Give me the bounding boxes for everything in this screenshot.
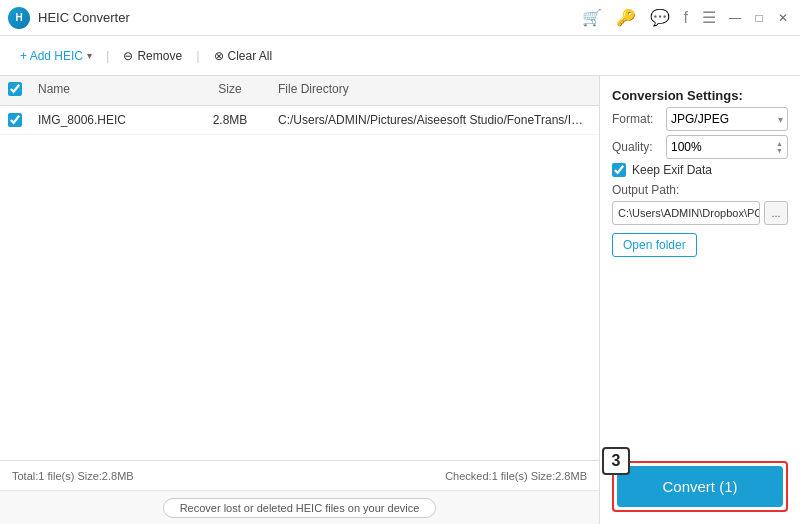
- panel-title: Conversion Settings:: [612, 88, 788, 103]
- right-panel: Conversion Settings: Format: JPG/JPEG ▾ …: [600, 76, 800, 524]
- format-value: JPG/JPEG: [671, 112, 729, 126]
- status-bar: Total:1 file(s) Size:2.8MB Checked:1 fil…: [0, 460, 599, 490]
- chat-icon[interactable]: 💬: [646, 6, 674, 29]
- remove-button[interactable]: ⊖ Remove: [115, 45, 190, 67]
- quality-value: 100%: [671, 140, 702, 154]
- spinner-arrows[interactable]: ▲ ▼: [776, 140, 783, 154]
- keep-exif-checkbox[interactable]: [612, 163, 626, 177]
- app-logo: H: [8, 7, 30, 29]
- key-icon[interactable]: 🔑: [612, 6, 640, 29]
- toolbar: + Add HEIC ▾ | ⊖ Remove | ⊗ Clear All: [0, 36, 800, 76]
- th-directory: File Directory: [270, 82, 599, 99]
- add-heic-button[interactable]: + Add HEIC ▾: [12, 45, 100, 67]
- status-checked: Checked:1 file(s) Size:2.8MB: [445, 470, 587, 482]
- table-header: Name Size File Directory: [0, 76, 599, 106]
- file-panel: Name Size File Directory IMG_8006.HEIC 2…: [0, 76, 600, 524]
- toolbar-separator-2: |: [196, 48, 199, 63]
- convert-button[interactable]: Convert (1): [617, 466, 783, 507]
- remove-label: Remove: [137, 49, 182, 63]
- format-label: Format:: [612, 112, 660, 126]
- main-content: Name Size File Directory IMG_8006.HEIC 2…: [0, 76, 800, 524]
- table-row: IMG_8006.HEIC 2.8MB C:/Users/ADMIN/Pictu…: [0, 106, 599, 135]
- remove-icon: ⊖: [123, 49, 133, 63]
- format-select[interactable]: JPG/JPEG ▾: [666, 107, 788, 131]
- output-path-value: C:\Users\ADMIN\Dropbox\PC\: [612, 201, 760, 225]
- output-path-row: C:\Users\ADMIN\Dropbox\PC\ ...: [612, 201, 788, 225]
- th-size: Size: [190, 82, 270, 99]
- maximize-button[interactable]: □: [750, 9, 768, 27]
- format-row: Format: JPG/JPEG ▾: [612, 107, 788, 131]
- clear-all-button[interactable]: ⊗ Clear All: [206, 45, 281, 67]
- convert-section: 3 Convert (1): [612, 461, 788, 512]
- recovery-link-button[interactable]: Recover lost or deleted HEIC files on yo…: [163, 498, 437, 518]
- open-folder-button[interactable]: Open folder: [612, 233, 697, 257]
- menu-icon[interactable]: ☰: [698, 6, 720, 29]
- row-checkbox[interactable]: [8, 113, 22, 127]
- quality-row: Quality: 100% ▲ ▼: [612, 135, 788, 159]
- facebook-icon[interactable]: f: [680, 7, 692, 29]
- add-heic-label: + Add HEIC: [20, 49, 83, 63]
- output-path-label: Output Path:: [612, 183, 788, 197]
- th-checkbox: [0, 82, 30, 99]
- app-title: HEIC Converter: [38, 10, 130, 25]
- cart-icon[interactable]: 🛒: [578, 6, 606, 29]
- title-bar: H HEIC Converter 🛒 🔑 💬 f ☰ — □ ✕: [0, 0, 800, 36]
- quality-label: Quality:: [612, 140, 660, 154]
- spinner-up[interactable]: ▲: [776, 140, 783, 147]
- convert-badge: 3: [602, 447, 630, 475]
- title-bar-controls: 🛒 🔑 💬 f ☰ — □ ✕: [578, 6, 792, 29]
- keep-exif-row: Keep Exif Data: [612, 163, 788, 177]
- select-all-checkbox[interactable]: [8, 82, 22, 96]
- quality-spinner[interactable]: 100% ▲ ▼: [666, 135, 788, 159]
- row-name: IMG_8006.HEIC: [30, 113, 190, 127]
- toolbar-separator-1: |: [106, 48, 109, 63]
- table-body: IMG_8006.HEIC 2.8MB C:/Users/ADMIN/Pictu…: [0, 106, 599, 460]
- clear-label: Clear All: [228, 49, 273, 63]
- format-dropdown-arrow: ▾: [778, 114, 783, 125]
- recovery-bar: Recover lost or deleted HEIC files on yo…: [0, 490, 599, 524]
- add-dropdown-arrow[interactable]: ▾: [87, 50, 92, 61]
- browse-button[interactable]: ...: [764, 201, 788, 225]
- convert-wrapper: Convert (1): [612, 461, 788, 512]
- row-directory: C:/Users/ADMIN/Pictures/Aiseesoft Studio…: [270, 113, 599, 127]
- spinner-down[interactable]: ▼: [776, 147, 783, 154]
- status-total: Total:1 file(s) Size:2.8MB: [12, 470, 134, 482]
- th-name: Name: [30, 82, 190, 99]
- minimize-button[interactable]: —: [726, 9, 744, 27]
- row-checkbox-cell: [0, 113, 30, 127]
- close-button[interactable]: ✕: [774, 9, 792, 27]
- row-size: 2.8MB: [190, 113, 270, 127]
- keep-exif-label: Keep Exif Data: [632, 163, 712, 177]
- clear-icon: ⊗: [214, 49, 224, 63]
